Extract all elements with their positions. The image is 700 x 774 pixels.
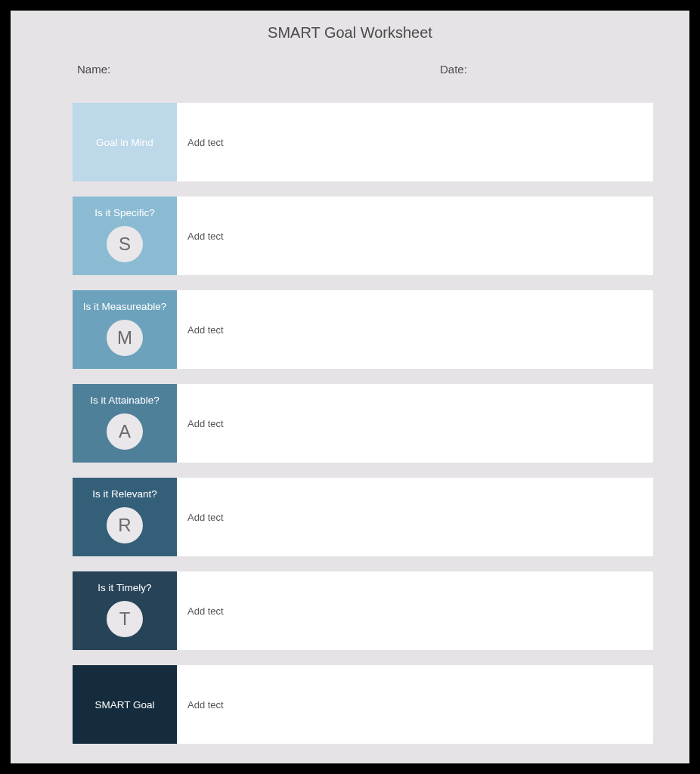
row-label-text: Is it Attainable? bbox=[90, 395, 160, 406]
row-label-cell: Is it Attainable? A bbox=[73, 384, 177, 463]
letter-circle: S bbox=[107, 226, 143, 262]
row-input[interactable]: Add tect bbox=[177, 103, 653, 181]
row-label-text: Is it Measureable? bbox=[83, 301, 166, 312]
row-label-cell: Goal in Mind bbox=[73, 103, 177, 181]
row-input[interactable]: Add tect bbox=[177, 384, 653, 463]
row-smart-goal: SMART Goal Add tect bbox=[73, 665, 653, 744]
letter-circle: R bbox=[107, 507, 143, 543]
row-input[interactable]: Add tect bbox=[177, 478, 653, 556]
row-input[interactable]: Add tect bbox=[177, 290, 653, 369]
name-label: Name: bbox=[77, 63, 274, 76]
row-relevant: Is it Relevant? R Add tect bbox=[73, 478, 653, 556]
rows-container: Goal in Mind Add tect Is it Specific? S … bbox=[11, 103, 689, 744]
row-input[interactable]: Add tect bbox=[177, 571, 653, 650]
letter-circle: A bbox=[107, 413, 143, 450]
row-label-cell: Is it Relevant? R bbox=[73, 478, 177, 556]
row-label-cell: Is it Measureable? M bbox=[73, 290, 177, 369]
row-label-cell: Is it Specific? S bbox=[73, 197, 177, 275]
worksheet-page: SMART Goal Worksheet Name: Date: Goal in… bbox=[11, 11, 689, 763]
row-label-text: Is it Relevant? bbox=[92, 488, 157, 500]
row-specific: Is it Specific? S Add tect bbox=[73, 197, 653, 275]
letter-circle: T bbox=[107, 601, 143, 637]
row-label-text: Is it Timely? bbox=[98, 582, 151, 593]
page-title: SMART Goal Worksheet bbox=[11, 24, 689, 42]
row-input[interactable]: Add tect bbox=[177, 197, 653, 275]
row-label-text: SMART Goal bbox=[94, 699, 154, 711]
row-label-text: Is it Specific? bbox=[94, 207, 155, 218]
row-timely: Is it Timely? T Add tect bbox=[73, 571, 653, 650]
row-measureable: Is it Measureable? M Add tect bbox=[73, 290, 653, 369]
row-attainable: Is it Attainable? A Add tect bbox=[73, 384, 653, 463]
row-label-cell: Is it Timely? T bbox=[73, 571, 177, 650]
row-label-cell: SMART Goal bbox=[73, 665, 177, 744]
row-input[interactable]: Add tect bbox=[177, 665, 653, 744]
date-label: Date: bbox=[440, 63, 637, 76]
row-label-text: Goal in Mind bbox=[96, 137, 153, 148]
row-goal-in-mind: Goal in Mind Add tect bbox=[73, 103, 653, 181]
letter-circle: M bbox=[107, 320, 143, 356]
